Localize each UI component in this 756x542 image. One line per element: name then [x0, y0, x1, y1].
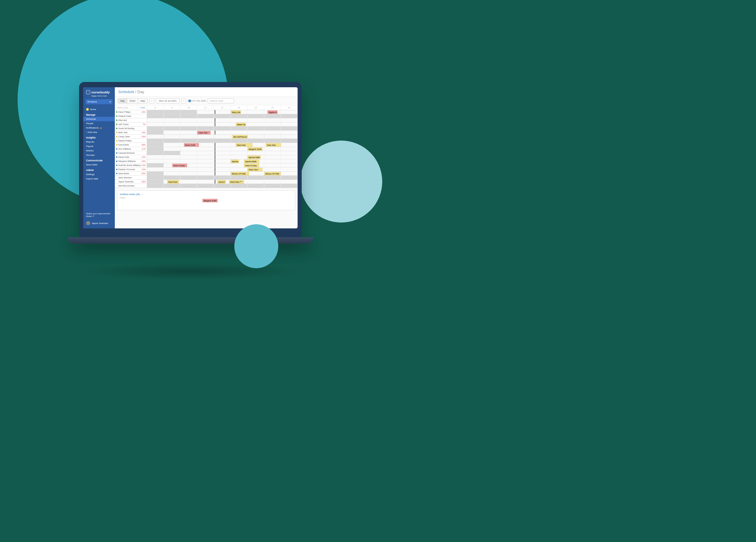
notification-badge-icon — [100, 127, 102, 129]
carer-row[interactable]: Maria Solis13% — [115, 155, 147, 159]
visit-block[interactable]: Alfonso Of Fellin — [231, 172, 249, 176]
timeline-row[interactable]: Ayesha MalikAyesha Malik — [147, 159, 298, 163]
visit-block[interactable]: Afzal Khan *** — [229, 180, 244, 184]
timeline-row[interactable]: Client Test * — [147, 131, 298, 135]
sidebar-item[interactable]: Surveys — [83, 153, 115, 157]
sidebar-item[interactable]: Send SMS — [83, 163, 115, 167]
visit-block[interactable]: Dave Katz — [236, 143, 252, 147]
visit-block[interactable]: Neily (JeMarq) — [231, 110, 241, 114]
visit-block[interactable]: Ben McPherson — [232, 135, 247, 139]
carer-row[interactable]: Jack Garrison — [115, 176, 147, 180]
status-dot-icon — [116, 115, 117, 117]
timeline-row[interactable]: Client Test * — [147, 168, 298, 172]
visit-block[interactable]: Ayesha Malik — [244, 160, 259, 163]
carer-row[interactable]: Caswell McKane — [115, 151, 147, 155]
sidebar-item[interactable]: Export data — [83, 177, 115, 181]
breadcrumb-leaf: Day — [137, 90, 144, 94]
next-day-button[interactable]: › — [181, 99, 186, 103]
timeline-row[interactable]: Afzal KhanJames PetersAfzal Khan *** — [147, 180, 298, 184]
date-display[interactable]: Mon 10 Jul 2023 — [156, 98, 180, 103]
timeline-row[interactable] — [147, 127, 298, 131]
timeline-row[interactable]: Alfonso Of FellinAlfonso Of Fellin — [147, 172, 298, 176]
visit-block[interactable]: Client Test * — [197, 131, 211, 134]
add-carer-button[interactable]: + Add — [139, 106, 145, 109]
sidebar-item[interactable]: People — [83, 121, 115, 126]
visit-block[interactable]: Walter Faasn — [236, 123, 246, 126]
sidebar-item[interactable]: Schedule — [83, 117, 115, 121]
timeline-row[interactable]: Walter Faasn — [147, 122, 298, 127]
utilisation-pct: 33% — [141, 136, 146, 138]
view-tab[interactable]: Day — [118, 99, 127, 103]
sidebar-item[interactable]: Metrics — [83, 149, 115, 153]
visit-block[interactable]: David Smith — [184, 143, 199, 147]
unfilled-filter[interactable]: Filters — [120, 197, 293, 199]
timeline-row[interactable]: Margaret Smith — [147, 147, 298, 151]
sidebar-user[interactable]: Jayne Scarman — [83, 220, 115, 227]
unfilled-title[interactable]: Unfilled visits (15) — [120, 193, 140, 196]
timeline-row[interactable]: Ayesha Malik — [147, 155, 298, 159]
teams-dropdown[interactable]: All teams ▾ — [86, 99, 112, 104]
timeline-row[interactable] — [147, 176, 298, 180]
carer-row[interactable]: Ann Williams11% — [115, 147, 147, 151]
carer-row[interactable]: Jayne Scarman28% — [115, 180, 147, 184]
sidebar-item[interactable]: Notifications — [83, 126, 115, 130]
timeline-row[interactable]: David SmithDave KatzDave Katz — [147, 143, 298, 147]
breadcrumb-root[interactable]: Schedule — [118, 90, 134, 94]
carer-row[interactable]: Pauline OConnel13% — [115, 168, 147, 172]
unfilled-visit-block[interactable]: Margaret Smith — [202, 199, 218, 202]
timeline-row[interactable]: Ben McPherson — [147, 135, 298, 139]
carer-row[interactable]: Default Carer — [115, 114, 147, 118]
sidebar-item[interactable]: Payroll — [83, 144, 115, 149]
visit-block[interactable]: Margaret Smith — [248, 147, 262, 151]
carer-row[interactable]: Sara Abdul25% — [115, 172, 147, 176]
sidebar-item[interactable]: + Add new — [83, 130, 115, 134]
chevron-down-icon: ▾ — [110, 100, 111, 103]
carer-row[interactable]: Neil McCormack — [115, 184, 147, 188]
visit-block[interactable]: Irene O'Leary — [172, 164, 187, 167]
hour-label: 16 — [281, 105, 298, 110]
timeline-row[interactable]: Irene O'LearyIrene O'Leary — [147, 163, 298, 168]
breadcrumb: Schedule / Day — [115, 87, 298, 97]
visit-block[interactable]: Alfonso Of Fellin — [264, 172, 281, 176]
status-dot-icon — [116, 136, 117, 137]
visit-block[interactable]: Ayesha Malik — [248, 156, 261, 159]
sidebar-item[interactable]: Settings — [83, 172, 115, 177]
prev-day-button[interactable]: ‹ — [149, 99, 154, 103]
carer-row[interactable]: Suzie McTesting — [115, 127, 147, 131]
carer-row[interactable]: Cindy Carer33% — [115, 135, 147, 139]
carer-row[interactable]: NURSE Annie Williams12% — [115, 163, 147, 168]
carer-row[interactable]: Jeff Turner7% — [115, 122, 147, 127]
timeline-row[interactable] — [147, 118, 298, 122]
carer-row[interactable]: Irma Elliott38% — [115, 143, 147, 147]
timeline-row[interactable] — [147, 151, 298, 155]
visit-block[interactable]: James Peters — [217, 180, 226, 184]
visit-block[interactable]: Dave Katz — [266, 143, 281, 147]
carer-row[interactable]: Daniel Philips — [115, 139, 147, 143]
timeline-row[interactable] — [147, 184, 298, 188]
carer-row[interactable]: Elke test — [115, 118, 147, 122]
visit-block[interactable]: Irene O'Leary — [244, 164, 259, 167]
app-screen: ♡ nursebuddy Happy Home Care All teams ▾… — [83, 87, 298, 229]
sidebar-item[interactable]: Reports — [83, 140, 115, 144]
sidebar-home[interactable]: Home — [83, 107, 115, 112]
carer-name: NURSE Annie Williams — [118, 164, 141, 167]
timeline-row[interactable] — [147, 114, 298, 118]
view-tab[interactable]: Map — [138, 99, 148, 103]
carer-row[interactable]: Maryann Williams19% — [115, 159, 147, 163]
visit-block[interactable]: Client Test * — [248, 168, 262, 171]
visit-block[interactable]: Nigella Grant — [267, 110, 277, 114]
visit-block[interactable]: Ayesha Malik — [231, 160, 239, 163]
share-ideas-link[interactable]: Share your improvement ideas! ↗ — [83, 211, 115, 220]
status-dot-icon — [116, 152, 117, 154]
view-tab[interactable]: Week — [127, 99, 138, 103]
carer-row[interactable]: Dave Philips13% — [115, 110, 147, 114]
visit-block[interactable]: Afzal Khan — [167, 180, 179, 184]
carer-name: Daniel Philips — [118, 139, 146, 142]
chevron-right-icon[interactable]: › — [141, 193, 142, 196]
search-input[interactable]: Search visits... — [208, 98, 234, 103]
timeline-row[interactable] — [147, 139, 298, 143]
timeline-row[interactable]: Neily (JeMarq)Nigella Grant — [147, 110, 298, 114]
carer-row[interactable]: Beth Test14% — [115, 131, 147, 135]
zoom-slider[interactable]: 0% 100% — [188, 100, 206, 102]
carer-name: Sara Abdul — [118, 172, 141, 175]
